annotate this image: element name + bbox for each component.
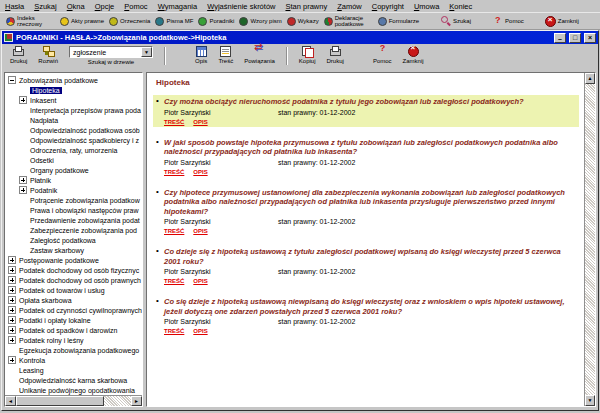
menu-zamow[interactable]: Zamów <box>337 2 362 11</box>
szukaj-button[interactable]: Szukaj <box>440 16 471 26</box>
tresc-link[interactable]: TREŚĆ <box>164 278 184 284</box>
tree-expand-icon[interactable] <box>8 286 16 294</box>
tree-expand-icon[interactable] <box>8 326 16 334</box>
tree-item[interactable]: Interpretacja przepisów prawa poda <box>5 105 142 115</box>
tree-expand-icon[interactable] <box>19 96 27 104</box>
scroll-up-icon[interactable]: ▲ <box>585 73 595 84</box>
drukuj2-button[interactable]: Drukuj <box>327 46 344 64</box>
scrollbar-thumb[interactable] <box>16 396 104 406</box>
menu-stan-prawny[interactable]: Stan prawny <box>285 2 327 11</box>
tree-item[interactable]: Podatek dochodowy od osób prawnych <box>5 275 142 285</box>
wykazy-button[interactable]: Wykazy <box>287 17 319 26</box>
tree-item[interactable]: Podatek rolny i leśny <box>5 335 142 345</box>
opis-link[interactable]: OPIS <box>193 328 207 334</box>
opis-link[interactable]: OPIS <box>193 119 207 125</box>
tree-item[interactable]: Podatek od towarów i usług <box>5 285 142 295</box>
tree-item[interactable]: Prawa i obowiązki następców praw <box>5 205 142 215</box>
opis-link[interactable]: OPIS <box>193 228 207 234</box>
deklaracje-podatkowe-button[interactable]: Deklaracje podatkowe <box>324 15 373 27</box>
tree-search-combobox[interactable]: zgłoszenie ▼ <box>69 46 153 58</box>
maximize-button[interactable] <box>569 33 581 43</box>
menu-szukaj[interactable]: Szukaj <box>34 2 57 11</box>
tresc-link[interactable]: TREŚĆ <box>164 328 184 334</box>
drukuj-button[interactable]: Drukuj <box>10 46 27 64</box>
menu-opcje[interactable]: Opcje <box>95 2 115 11</box>
menu-pomoc[interactable]: Pomoc <box>124 2 147 11</box>
opis-button[interactable]: Opis <box>195 46 207 64</box>
tree-item[interactable]: Nadpłata <box>5 115 142 125</box>
tresc-link[interactable]: TREŚĆ <box>164 228 184 234</box>
tree-item[interactable]: Odpowiedzialność spadkobiercy i z <box>5 135 142 145</box>
zamknij-button[interactable]: Zamknij <box>545 16 579 26</box>
tree-expand-icon[interactable] <box>8 296 16 304</box>
tree-expand-icon[interactable] <box>8 256 16 264</box>
kopiuj-button[interactable]: Kopiuj <box>299 46 316 64</box>
tree-item-hipoteka[interactable]: Hipoteka <box>5 85 142 95</box>
tree-item[interactable]: Unikanie podwójnego opodatkowania <box>5 385 142 395</box>
content-vertical-scrollbar[interactable]: ▲ ▼ <box>584 73 595 406</box>
tree-expand-icon[interactable] <box>8 306 16 314</box>
menu-okna[interactable]: Okna <box>67 2 85 11</box>
menu-koniec[interactable]: Koniec <box>449 2 472 11</box>
powiazania-button[interactable]: Powiązania <box>244 46 275 64</box>
menu-wyjasnienie-skrotow[interactable]: Wyjaśnienie skrótów <box>207 2 275 11</box>
tree-expand-icon[interactable] <box>19 186 27 194</box>
tree-item[interactable]: Płatnik <box>5 175 142 185</box>
tree-collapse-icon[interactable] <box>8 76 16 84</box>
menu-hasla[interactable]: Hasła <box>5 2 24 11</box>
opis-link[interactable]: OPIS <box>193 278 207 284</box>
tree-item[interactable]: Postępowanie podatkowe <box>5 255 142 265</box>
tree-expand-icon[interactable] <box>8 356 16 364</box>
tresc-link[interactable]: TREŚĆ <box>164 169 184 175</box>
tree-expand-icon[interactable] <box>8 276 16 284</box>
tree-item[interactable]: Podatnik <box>5 185 142 195</box>
tree-item[interactable]: Podatki i opłaty lokalne <box>5 315 142 325</box>
tresc-button[interactable]: Treść <box>218 46 233 64</box>
tree-item[interactable]: Przedawnienie zobowiązania podat <box>5 215 142 225</box>
tree-item[interactable]: Zastaw skarbowy <box>5 245 142 255</box>
tree-item[interactable]: Odsetki <box>5 155 142 165</box>
tree-item[interactable]: Opłata skarbowa <box>5 295 142 305</box>
window-titlebar[interactable]: PORADNIKI - HASŁA->Zobowiązania podatkow… <box>2 31 598 44</box>
poradniki-button[interactable]: Poradniki <box>198 17 234 26</box>
menu-umowa[interactable]: Umowa <box>414 2 439 11</box>
close-window-button[interactable] <box>584 33 596 43</box>
scroll-right-icon[interactable]: ► <box>131 396 142 406</box>
tree-item[interactable]: Leasing <box>5 365 142 375</box>
tree-item[interactable]: Organy podatkowe <box>5 165 142 175</box>
scroll-down-icon[interactable]: ▼ <box>585 395 595 406</box>
tree-expand-icon[interactable] <box>19 176 27 184</box>
opis-link[interactable]: OPIS <box>193 169 207 175</box>
indeks-rzeczowy-button[interactable]: Indeks rzeczowy <box>6 15 55 27</box>
pomoc2-button[interactable]: Pomoc <box>373 46 392 64</box>
tree-item[interactable]: Inkasent <box>5 95 142 105</box>
tree-expand-icon[interactable] <box>8 336 16 344</box>
tree-expand-icon[interactable] <box>8 316 16 324</box>
pomoc-button[interactable]: Pomoc <box>492 16 524 26</box>
tree-item[interactable]: Podatek od spadków i darowizn <box>5 325 142 335</box>
tree-item[interactable]: Zobowiązania podatkowe <box>5 75 142 85</box>
zamknij2-button[interactable]: Zamknij <box>403 46 424 64</box>
tree-item[interactable]: Odroczenia, raty, umorzenia <box>5 145 142 155</box>
orzeczenia-button[interactable]: Orzeczenia <box>109 17 150 26</box>
menu-copyright[interactable]: Copyright <box>372 2 404 11</box>
tree-item[interactable]: Odpowiedzialność podatkowa osób <box>5 125 142 135</box>
menu-wymagania[interactable]: Wymagania <box>158 2 198 11</box>
tree-horizontal-scrollbar[interactable]: ◄ ► <box>5 395 142 406</box>
pisma-mf-button[interactable]: Pisma MF <box>155 17 193 26</box>
scroll-left-icon[interactable]: ◄ <box>5 396 16 406</box>
tree-item[interactable]: Egzekucja zobowiązania podatkowego <box>5 345 142 355</box>
tree-item[interactable]: Zaległość podatkowa <box>5 235 142 245</box>
tresc-link[interactable]: TREŚĆ <box>164 119 184 125</box>
minimize-button[interactable] <box>554 33 566 43</box>
formularze-button[interactable]: Formularze <box>378 17 419 26</box>
chevron-down-icon[interactable]: ▼ <box>141 47 152 57</box>
tree-item[interactable]: Podatek od czynności cywilnoprawnych <box>5 305 142 315</box>
tree-item[interactable]: Odpowiedzialność karna skarbowa <box>5 375 142 385</box>
wzory-pism-button[interactable]: Wzory pism <box>239 17 281 26</box>
tree-item[interactable]: Podatek dochodowy od osób fizycznyc <box>5 265 142 275</box>
tree-item[interactable]: Potrącenie zobowiązania podatkow <box>5 195 142 205</box>
akty-prawne-button[interactable]: Akty prawne <box>60 17 104 26</box>
tree-item[interactable]: Zabezpieczenie zobowiązania pod <box>5 225 142 235</box>
tree-expand-icon[interactable] <box>8 266 16 274</box>
